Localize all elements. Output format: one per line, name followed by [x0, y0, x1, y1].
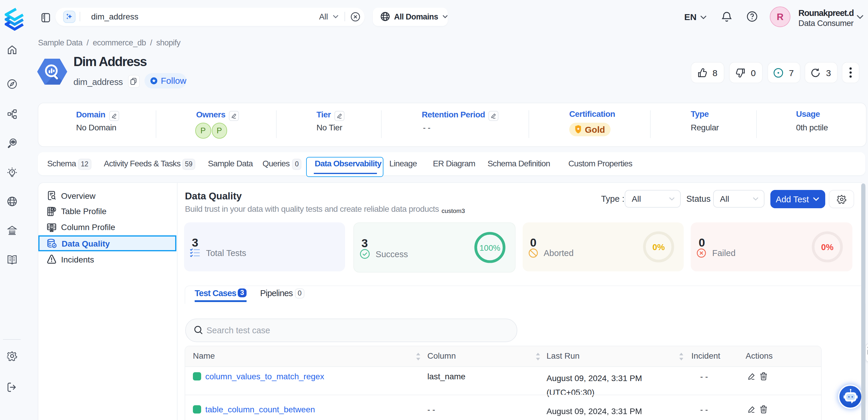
svg-text:0%: 0%	[652, 242, 665, 251]
svg-text:100%: 100%	[479, 243, 500, 252]
svg-text:0%: 0%	[821, 242, 834, 251]
